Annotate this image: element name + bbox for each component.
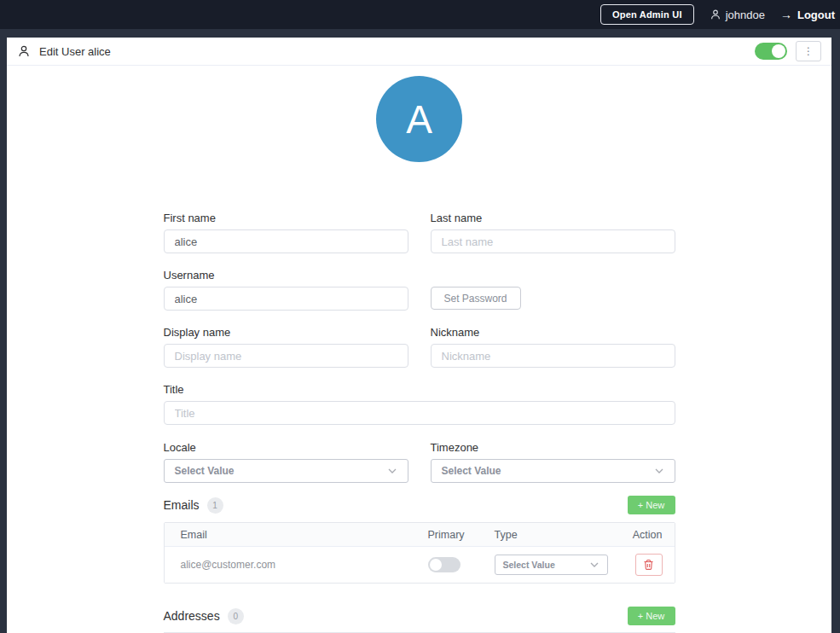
logout-arrow-icon: → <box>780 8 792 21</box>
chevron-down-icon <box>654 466 664 476</box>
open-admin-ui-button[interactable]: Open Admin UI <box>600 4 694 25</box>
email-value: alice@customer.com <box>165 559 420 571</box>
first-name-input[interactable] <box>164 229 408 253</box>
last-name-label: Last name <box>431 212 675 224</box>
display-name-input[interactable] <box>164 344 408 368</box>
panel-header: Edit User alice ⋮ <box>7 38 831 66</box>
avatar: A <box>376 76 462 162</box>
person-icon <box>710 9 721 20</box>
emails-section-header: Emails 1 + New <box>164 496 675 514</box>
new-address-button[interactable]: + New <box>628 607 675 625</box>
emails-heading: Emails <box>164 498 200 512</box>
display-name-label: Display name <box>164 327 408 338</box>
user-enabled-toggle[interactable] <box>755 43 787 60</box>
username-input[interactable] <box>164 287 408 311</box>
locale-select-value: Select Value <box>175 465 235 477</box>
column-header-type: Type <box>489 529 625 541</box>
timezone-label: Timezone <box>431 442 675 453</box>
topbar-user[interactable]: johndoe <box>710 9 765 21</box>
locale-label: Locale <box>164 442 408 453</box>
topbar-username: johndoe <box>726 9 765 21</box>
chevron-down-icon <box>589 560 600 570</box>
form-content: A First name Last name Username Set Pass… <box>164 76 675 633</box>
column-header-email: Email <box>165 529 420 541</box>
more-actions-button[interactable]: ⋮ <box>796 41 821 61</box>
nickname-label: Nickname <box>431 327 675 338</box>
addresses-count-badge: 0 <box>228 608 244 624</box>
user-icon <box>17 44 31 58</box>
column-header-primary: Primary <box>420 529 489 541</box>
column-header-action: Action <box>625 529 675 541</box>
first-name-label: First name <box>164 212 408 224</box>
emails-count-badge: 1 <box>207 497 223 514</box>
logout-label: Logout <box>797 9 835 21</box>
title-label: Title <box>164 384 675 395</box>
set-password-button[interactable]: Set Password <box>431 287 521 310</box>
logout-button[interactable]: → Logout <box>780 8 835 21</box>
new-email-button[interactable]: + New <box>628 496 675 514</box>
delete-email-button[interactable] <box>635 554 663 576</box>
nickname-input[interactable] <box>431 344 675 368</box>
edit-user-panel: Edit User alice ⋮ A First name Last name… <box>7 38 831 633</box>
chevron-down-icon <box>387 466 397 476</box>
email-type-select[interactable]: Select Value <box>495 555 608 575</box>
topbar: Open Admin UI johndoe → Logout <box>0 0 840 29</box>
email-table-row: alice@customer.com Select Value <box>165 547 675 583</box>
timezone-select-value: Select Value <box>442 465 501 477</box>
email-type-select-value: Select Value <box>503 560 555 570</box>
last-name-input[interactable] <box>431 229 675 253</box>
primary-toggle[interactable] <box>428 557 461 572</box>
timezone-select[interactable]: Select Value <box>431 459 675 483</box>
page-title: Edit User alice <box>39 45 111 58</box>
locale-select[interactable]: Select Value <box>164 459 408 483</box>
emails-table-header: Email Primary Type Action <box>165 523 675 547</box>
addresses-section-header: Addresses 0 + New <box>164 607 675 625</box>
trash-icon <box>643 559 654 571</box>
username-label: Username <box>164 270 408 281</box>
title-input[interactable] <box>164 401 675 425</box>
emails-table: Email Primary Type Action alice@customer… <box>164 522 675 584</box>
addresses-heading: Addresses <box>164 609 220 623</box>
